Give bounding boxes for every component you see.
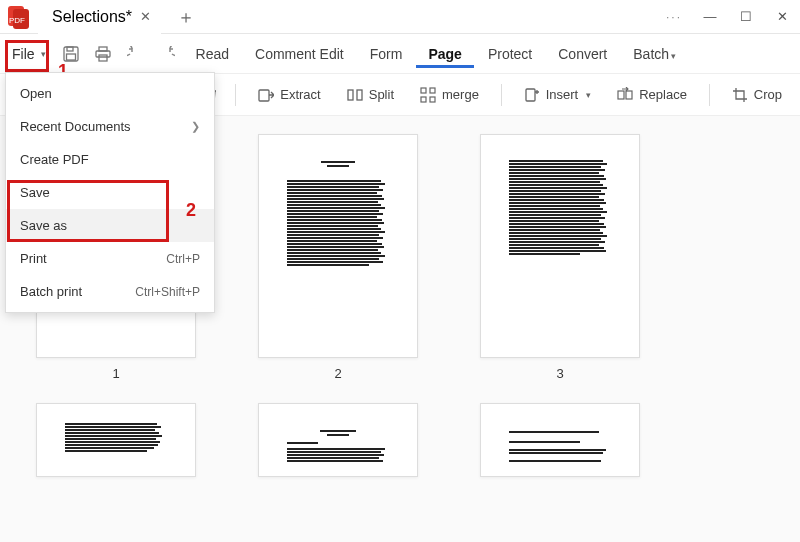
menu-recent-documents[interactable]: Recent Documents ❯	[6, 110, 214, 143]
divider	[501, 84, 502, 106]
menu-batch[interactable]: Batch▾	[621, 40, 688, 68]
redo-icon[interactable]	[152, 39, 182, 69]
crop-label: Crop	[754, 87, 782, 102]
shortcut-label: Ctrl+Shift+P	[135, 285, 200, 299]
annotation-number-2: 2	[186, 200, 196, 221]
undo-icon[interactable]	[120, 39, 150, 69]
replace-button[interactable]: Replace	[607, 82, 697, 108]
svg-rect-10	[348, 90, 353, 100]
menu-comment[interactable]: Comment Edit	[243, 40, 356, 68]
svg-rect-16	[526, 89, 535, 101]
menu-save-as[interactable]: Save as	[6, 209, 214, 242]
page-thumbnail[interactable]: 2	[258, 134, 418, 381]
divider	[709, 84, 710, 106]
svg-rect-9	[259, 90, 269, 101]
page-thumbnail[interactable]	[36, 403, 196, 477]
svg-rect-8	[99, 55, 107, 61]
print-icon[interactable]	[88, 39, 118, 69]
document-tab[interactable]: Selections* ✕	[38, 0, 161, 34]
menu-form[interactable]: Form	[358, 40, 415, 68]
menu-page[interactable]: Page	[416, 40, 473, 68]
svg-rect-5	[66, 54, 75, 60]
page-thumbnail[interactable]	[480, 403, 640, 477]
svg-text:PDF: PDF	[9, 16, 25, 25]
crop-button[interactable]: Crop	[722, 82, 792, 108]
chevron-down-icon: ▾	[671, 51, 676, 61]
svg-rect-17	[618, 91, 624, 99]
insert-button[interactable]: Insert ▾	[514, 82, 602, 108]
merge-button[interactable]: merge	[410, 82, 489, 108]
page-thumbnail[interactable]: 3	[480, 134, 640, 381]
thumbnail-row	[0, 403, 800, 477]
chevron-down-icon: ▾	[41, 49, 46, 59]
page-number: 1	[112, 366, 119, 381]
menu-open[interactable]: Open	[6, 77, 214, 110]
menu-convert[interactable]: Convert	[546, 40, 619, 68]
page-thumbnail[interactable]	[258, 403, 418, 477]
chevron-right-icon: ❯	[191, 120, 200, 133]
menu-save[interactable]: Save	[6, 176, 214, 209]
chevron-down-icon: ▾	[586, 90, 591, 100]
title-bar: PDF Selections* ✕ ＋ ··· — ☐ ✕	[0, 0, 800, 34]
close-tab-icon[interactable]: ✕	[140, 9, 151, 24]
shortcut-label: Ctrl+P	[166, 252, 200, 266]
menu-print[interactable]: Print Ctrl+P	[6, 242, 214, 275]
svg-rect-4	[67, 47, 73, 51]
menu-batch-print[interactable]: Batch print Ctrl+Shift+P	[6, 275, 214, 308]
window-controls: ··· — ☐ ✕	[656, 0, 800, 34]
extract-label: Extract	[280, 87, 320, 102]
divider	[235, 84, 236, 106]
svg-rect-14	[421, 97, 426, 102]
file-menu-button[interactable]: File ▾	[4, 42, 54, 66]
merge-label: merge	[442, 87, 479, 102]
split-button[interactable]: Split	[337, 82, 404, 108]
svg-rect-12	[421, 88, 426, 93]
page-number: 3	[556, 366, 563, 381]
minimize-button[interactable]: —	[692, 0, 728, 34]
insert-label: Insert	[546, 87, 579, 102]
menu-read[interactable]: Read	[184, 40, 241, 68]
svg-rect-11	[357, 90, 362, 100]
svg-rect-13	[430, 88, 435, 93]
more-icon[interactable]: ···	[656, 0, 692, 34]
menu-bar: File ▾ Read Comment Edit Form Page Prote…	[0, 34, 800, 74]
menu-protect[interactable]: Protect	[476, 40, 544, 68]
split-label: Split	[369, 87, 394, 102]
svg-rect-7	[96, 51, 110, 57]
menu-create-pdf[interactable]: Create PDF	[6, 143, 214, 176]
extract-button[interactable]: Extract	[248, 82, 330, 108]
page-number: 2	[334, 366, 341, 381]
new-tab-button[interactable]: ＋	[173, 4, 199, 30]
replace-label: Replace	[639, 87, 687, 102]
tab-title: Selections*	[52, 8, 132, 26]
svg-rect-18	[626, 91, 632, 99]
file-label: File	[12, 46, 35, 62]
close-window-button[interactable]: ✕	[764, 0, 800, 34]
svg-rect-15	[430, 97, 435, 102]
app-logo: PDF	[2, 2, 36, 32]
maximize-button[interactable]: ☐	[728, 0, 764, 34]
file-dropdown-menu: Open Recent Documents ❯ Create PDF Save …	[5, 72, 215, 313]
